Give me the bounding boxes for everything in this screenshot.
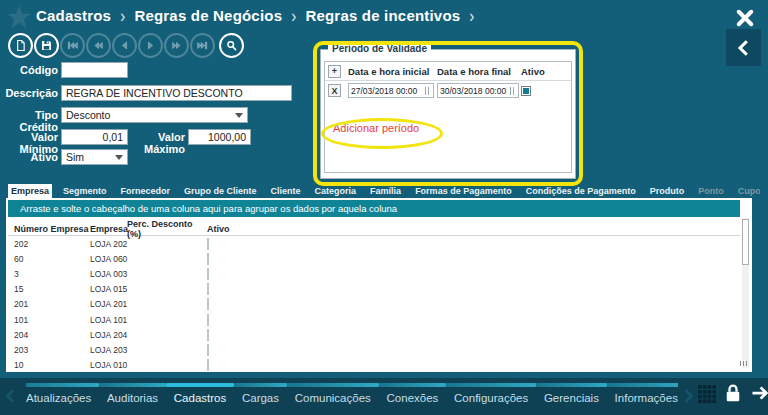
last-record-icon <box>196 39 209 52</box>
table-row[interactable]: 3LOJA 003 <box>8 266 740 281</box>
tab-cliente[interactable]: Cliente <box>268 184 304 198</box>
nav-item-cargas[interactable]: Cargas <box>242 383 279 404</box>
panel-collapse-button[interactable] <box>726 29 761 66</box>
fast-backward-button[interactable] <box>86 33 111 58</box>
cell-ativo-checkbox[interactable] <box>207 253 209 265</box>
cell-ativo-checkbox[interactable] <box>207 329 209 341</box>
add-period-link[interactable]: Adicionar período <box>333 122 419 134</box>
lock-icon[interactable] <box>723 383 743 403</box>
tab-condi-es-de-pagamento[interactable]: Condições de Pagamento <box>523 184 639 198</box>
grid-column-header[interactable]: Número Empresa <box>14 224 90 234</box>
cell-ativo-checkbox[interactable] <box>207 283 209 295</box>
data-grid-panel: Arraste e solte o cabeçalho de uma colun… <box>6 198 752 372</box>
cell-ativo-checkbox[interactable] <box>207 268 209 280</box>
breadcrumb-separator-icon: › <box>469 5 474 26</box>
nav-item-comunica-es[interactable]: Comunicações <box>295 383 371 404</box>
new-record-icon <box>14 39 27 52</box>
tab-formas-de-pagamento[interactable]: Formas de Pagamento <box>412 184 515 198</box>
tab-categoria[interactable]: Categoria <box>312 184 360 198</box>
tipo-credito-select[interactable]: Desconto <box>61 107 248 123</box>
validity-panel-title: Período de Validade <box>328 43 431 54</box>
nav-item-indicator <box>607 383 678 387</box>
delete-period-button[interactable]: X <box>328 84 341 97</box>
nav-item-conex-es[interactable]: Conexões <box>387 383 439 404</box>
grid-column-header[interactable]: Ativo <box>207 224 247 234</box>
nav-scroll-right-button[interactable] <box>680 386 696 406</box>
valor-minimo-input[interactable] <box>61 129 128 145</box>
nav-item-indicator <box>166 383 234 387</box>
tab-fornecedor[interactable]: Fornecedor <box>118 184 174 198</box>
add-period-row-button[interactable]: + <box>328 65 341 78</box>
ativo-select[interactable]: Sim <box>61 149 128 165</box>
tab-produto[interactable]: Produto <box>647 184 688 198</box>
cell-ativo-checkbox[interactable] <box>207 359 209 371</box>
tab-grupo-de-cliente[interactable]: Grupo de Cliente <box>181 184 260 198</box>
cell-numero-empresa: 204 <box>14 330 90 340</box>
close-button[interactable] <box>733 6 757 30</box>
nav-item-configura-es[interactable]: Configurações <box>454 383 528 404</box>
nav-item-label: Comunicações <box>295 392 371 404</box>
chevron-left-icon <box>3 388 19 404</box>
vertical-scrollbar[interactable] <box>742 218 749 368</box>
nav-item-informa-es[interactable]: Informações <box>615 383 678 404</box>
period-active-checkbox[interactable] <box>521 86 531 96</box>
table-row[interactable]: 10LOJA 010 <box>8 358 740 373</box>
search-button[interactable] <box>219 33 244 58</box>
breadcrumb: Cadastros›Regras de Negócios›Regras de i… <box>36 7 475 24</box>
nav-item-gerenciais[interactable]: Gerenciais <box>544 383 599 404</box>
grid-column-header[interactable]: Empresa <box>90 224 127 234</box>
cell-ativo-checkbox[interactable] <box>207 344 209 356</box>
nav-item-atualiza-es[interactable]: Atualizações <box>26 383 91 404</box>
nav-item-label: Atualizações <box>26 392 91 404</box>
tab-empresa[interactable]: Empresa <box>8 184 52 198</box>
date-value: 30/03/2018 00:00 <box>440 86 506 96</box>
scrollbar-thumb[interactable] <box>742 219 749 265</box>
next-record-button[interactable] <box>138 33 163 58</box>
last-record-button[interactable] <box>190 33 215 58</box>
table-row[interactable]: 15LOJA 015 <box>8 282 740 297</box>
fast-forward-button[interactable] <box>164 33 189 58</box>
end-date-input[interactable]: 30/03/2018 00:00 <box>437 83 519 98</box>
nav-item-label: Gerenciais <box>544 392 599 404</box>
cell-ativo-checkbox[interactable] <box>207 238 209 250</box>
breadcrumb-item[interactable]: Regras de incentivos <box>305 7 460 24</box>
tipo-credito-label: Tipo Crédito <box>0 109 58 133</box>
nav-item-label: Configurações <box>454 392 528 404</box>
tab-segmento[interactable]: Segmento <box>60 184 110 198</box>
table-row[interactable]: 201LOJA 201 <box>8 297 740 312</box>
breadcrumb-item[interactable]: Cadastros <box>36 7 111 24</box>
nav-item-indicator <box>446 383 536 387</box>
chevron-right-icon <box>680 388 696 404</box>
cell-empresa: LOJA 010 <box>90 360 127 370</box>
descricao-input[interactable] <box>61 85 292 101</box>
save-button[interactable] <box>34 33 59 58</box>
nav-item-auditorias[interactable]: Auditorias <box>107 383 158 404</box>
app-grid-icon[interactable] <box>697 384 716 403</box>
table-row[interactable]: 203LOJA 203 <box>8 342 740 357</box>
cell-ativo-checkbox[interactable] <box>207 314 209 326</box>
tab-fam-lia[interactable]: Família <box>367 184 404 198</box>
new-record-button[interactable] <box>8 33 33 58</box>
previous-record-button[interactable] <box>112 33 137 58</box>
breadcrumb-item[interactable]: Regras de Negócios <box>134 7 282 24</box>
valor-maximo-input[interactable] <box>188 129 251 145</box>
start-date-input[interactable]: 27/03/2018 00:00 <box>348 83 434 98</box>
column-header-active: Ativo <box>521 66 545 77</box>
column-header-end: Data e hora final <box>435 66 521 77</box>
nav-item-cadastros[interactable]: Cadastros <box>174 383 226 404</box>
nav-item-label: Cadastros <box>174 392 226 404</box>
codigo-input[interactable] <box>61 62 128 78</box>
nav-scroll-left-button[interactable] <box>3 386 19 406</box>
breadcrumb-separator-icon: › <box>120 5 125 26</box>
exit-icon[interactable] <box>750 383 768 403</box>
group-by-banner[interactable]: Arraste e solte o cabeçalho de uma colun… <box>8 200 740 217</box>
cell-empresa: LOJA 003 <box>90 269 127 279</box>
table-row[interactable]: 202LOJA 202 <box>8 236 740 251</box>
table-row[interactable]: 60LOJA 060 <box>8 251 740 266</box>
table-row[interactable]: 101LOJA 101 <box>8 312 740 327</box>
cell-ativo-checkbox[interactable] <box>207 298 209 310</box>
table-row[interactable]: 204LOJA 204 <box>8 327 740 342</box>
resize-grip[interactable] <box>740 361 749 366</box>
favorite-star-icon[interactable] <box>5 3 33 31</box>
first-record-button[interactable] <box>60 33 85 58</box>
